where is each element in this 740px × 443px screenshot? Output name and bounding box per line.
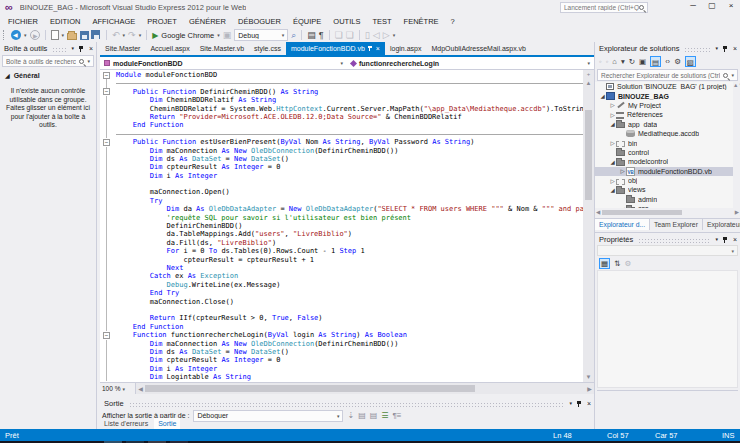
code-line[interactable]: maConnection.Open() xyxy=(100,188,583,196)
new-file-dropdown[interactable]: ▾ xyxy=(62,32,65,38)
window-position-dropdown[interactable]: ▾ xyxy=(569,400,572,406)
back-icon[interactable]: ◦ xyxy=(599,56,602,67)
code-line[interactable]: − Public Function estUserBienPresent(ByV… xyxy=(100,138,583,146)
tree-item-modulefonctionbdd.vb[interactable]: ▷moduleFonctionBDD.vb xyxy=(595,167,740,176)
code-line[interactable]: Dim cpteurResult As Integer = 0 xyxy=(100,163,583,171)
tree-item-my-project[interactable]: ▷My Project xyxy=(595,101,740,110)
scroll-right-arrow-icon[interactable]: ▶ xyxy=(585,385,594,392)
solution-explorer-search-box[interactable]: Rechercher Explorateur de solutions (Ctr… xyxy=(597,69,738,81)
property-pages-icon[interactable]: ⚙ xyxy=(624,259,631,268)
quick-launch-box[interactable]: Lancement rapide (Ctrl+Q) xyxy=(560,2,648,13)
menu-item-générer[interactable]: GÉNÉRER xyxy=(183,17,232,26)
code-line[interactable]: Dim ds As DataSet = New DataSet() xyxy=(100,348,583,356)
start-debug-icon[interactable]: ▶ xyxy=(152,31,158,40)
code-line[interactable]: 'requête SQL pour savoir si l'utilisateu… xyxy=(100,214,583,222)
menu-item-projet[interactable]: PROJET xyxy=(141,17,183,26)
categorized-icon[interactable]: ▦ xyxy=(599,258,610,269)
show-whitespace-icon[interactable]: ¶ xyxy=(319,30,324,40)
tree-expander-icon[interactable]: ▷ xyxy=(619,168,626,174)
code-line[interactable]: For i = 0 To ds.Tables(0).Rows.Count - 1… xyxy=(100,247,583,255)
navigate-back-dropdown[interactable]: ▾ xyxy=(24,32,27,38)
code-line[interactable]: Try xyxy=(100,197,583,205)
pin-icon[interactable] xyxy=(577,400,582,407)
code-line[interactable]: Return IIf(cpteurResult > 0, True, False… xyxy=(100,314,583,322)
menu-item-edition[interactable]: EDITION xyxy=(44,17,86,26)
menu-item-fichier[interactable]: FICHIER xyxy=(2,17,44,26)
code-line[interactable]: cpteurResult = cpteurResult + 1 xyxy=(100,256,583,264)
dock-tab-0[interactable]: Explorateur d... xyxy=(595,219,650,230)
tree-vertical-scrollbar[interactable]: ▲▼ xyxy=(733,82,740,208)
tree-horizontal-scrollbar[interactable]: ◀▶ xyxy=(595,208,740,216)
refresh-icon[interactable]: ↻ xyxy=(629,56,635,67)
tree-item-binouze_bag[interactable]: ◢BINOUZE_BAG xyxy=(595,91,740,100)
code-line[interactable]: da.TableMappings.Add("users", "LivreBibl… xyxy=(100,230,583,238)
dock-tab-1[interactable]: Team Explorer xyxy=(650,219,703,230)
code-line[interactable]: Dim i As Integer xyxy=(100,172,583,180)
find-in-files-icon[interactable]: ⌕ xyxy=(291,30,296,40)
pin-icon[interactable] xyxy=(79,45,84,52)
undo-dropdown[interactable]: ▾ xyxy=(123,32,126,38)
bookmark-icon[interactable]: ▯ xyxy=(365,30,370,40)
document-tab-style.css[interactable]: style.css xyxy=(249,42,286,55)
alphabetical-icon[interactable]: ⇅ xyxy=(614,259,620,268)
code-line[interactable]: Return "Provider=Microsoft.ACE.OLEDB.12.… xyxy=(100,113,583,121)
editor-zoom-combobox[interactable]: 100 % ▾ xyxy=(100,383,136,394)
tree-item-admin[interactable]: admin xyxy=(595,195,740,204)
document-tab-MdpOubliAdresseMail.aspx.vb[interactable]: MdpOubliAdresseMail.aspx.vb xyxy=(426,42,531,55)
new-file-icon[interactable] xyxy=(51,30,59,40)
close-button[interactable]: × xyxy=(726,1,736,10)
code-line[interactable]: − Function functionrechercheLogin(ByVal … xyxy=(100,331,583,339)
pin-icon[interactable] xyxy=(723,45,728,52)
code-line[interactable] xyxy=(100,130,583,138)
code-line[interactable]: Dim i As Integer xyxy=(100,365,583,373)
tree-item-app_data[interactable]: ◢app_data xyxy=(595,120,740,129)
close-panel-icon[interactable]: × xyxy=(89,45,93,52)
navigate-forward-button[interactable]: ▶ xyxy=(30,30,40,40)
tree-expander-icon[interactable]: ▷ xyxy=(609,112,616,118)
show-all-files-icon[interactable]: ▤ xyxy=(650,56,661,67)
scope-icon[interactable]: ▾ xyxy=(621,56,625,67)
redo-icon[interactable]: ↷ xyxy=(128,30,136,40)
scrollbar-thumb[interactable] xyxy=(585,110,592,200)
document-tab-moduleFonctionBDD.vb[interactable]: moduleFonctionBDD.vb× xyxy=(286,42,385,55)
code-line[interactable]: Dim maConnection As New OleDbConnection(… xyxy=(100,340,583,348)
code-line[interactable] xyxy=(100,306,583,314)
close-panel-icon[interactable]: × xyxy=(587,400,591,407)
tree-expander-icon[interactable]: ▷ xyxy=(609,140,616,146)
run-target-dropdown[interactable]: ▾ xyxy=(217,32,220,38)
window-position-dropdown[interactable]: ▾ xyxy=(715,236,718,242)
tree-expander-icon[interactable]: ◢ xyxy=(599,93,606,99)
fold-margin-box[interactable]: − xyxy=(100,71,116,79)
restore-button[interactable]: ▢ xyxy=(707,1,717,10)
toolbox-search-box[interactable]: Boîte à outils de recherc ▾ xyxy=(2,55,94,67)
toolbox-section-general[interactable]: ◢ Général xyxy=(0,68,96,79)
code-editor[interactable]: −Module moduleFonctionBDD− Public Functi… xyxy=(100,70,594,382)
tree-item-control[interactable]: control xyxy=(595,148,740,157)
menu-item-équipe[interactable]: ÉQUIPE xyxy=(287,17,327,26)
pin-icon[interactable] xyxy=(723,236,728,243)
bottom-tab-liste-d-erreurs[interactable]: Liste d'erreurs xyxy=(100,420,152,427)
code-line[interactable]: maConnection.Close() xyxy=(100,298,583,306)
close-panel-icon[interactable]: × xyxy=(733,45,737,52)
menu-item-déboguer[interactable]: DÉBOGUER xyxy=(232,17,287,26)
uncomment-icon[interactable]: ❏ xyxy=(346,30,354,40)
properties-grid[interactable] xyxy=(597,270,738,388)
window-position-dropdown[interactable]: ▾ xyxy=(715,45,718,51)
scrollbar-thumb[interactable] xyxy=(145,385,475,392)
code-line[interactable]: End Function xyxy=(100,323,583,331)
tree-item-r-f-rences[interactable]: ▷Références xyxy=(595,110,740,119)
editor-horizontal-scrollbar[interactable]: ◀ ▶ xyxy=(136,383,594,394)
code-line[interactable]: End Try xyxy=(100,289,583,297)
tab-pin-icon[interactable] xyxy=(368,46,373,52)
home-icon[interactable]: ⌂ xyxy=(612,56,617,67)
attach-icon[interactable]: ▣ xyxy=(223,30,232,40)
configuration-combobox[interactable]: Debug ▾ xyxy=(234,29,288,41)
code-line[interactable]: Dim Logintable As String xyxy=(100,373,583,381)
redo-dropdown[interactable]: ▾ xyxy=(139,32,142,38)
code-line[interactable]: End Function xyxy=(100,121,583,129)
menu-item-outils[interactable]: OUTILS xyxy=(327,17,366,26)
tree-expander-icon[interactable]: ◢ xyxy=(619,206,626,208)
tree-item-views[interactable]: ◢views xyxy=(595,185,740,194)
code-line[interactable]: Next xyxy=(100,264,583,272)
tree-expander-icon[interactable]: ▷ xyxy=(609,178,616,184)
